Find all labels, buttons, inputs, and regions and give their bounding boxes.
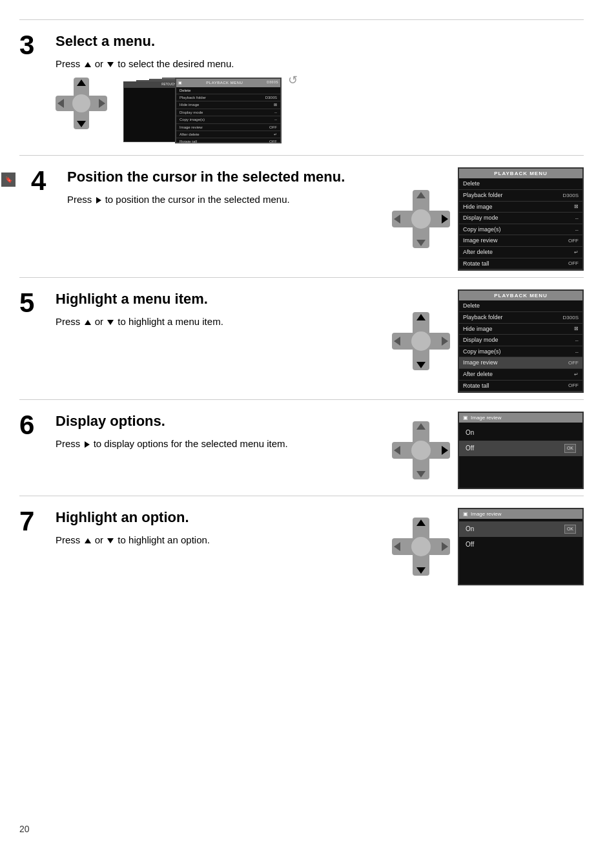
review-screen-step6: ▣ Image review On Off OK (458, 412, 584, 489)
menu-item: Playback folderD300S (459, 190, 582, 202)
dpad5-right (442, 337, 448, 346)
menu-item: After delete↵ (459, 369, 582, 381)
menu-titlebar-step5: PLAYBACK MENU (459, 291, 582, 300)
menu-screen-step5: PLAYBACK MENU Delete Playback folderD300… (458, 289, 584, 393)
step-4-title: Position the cursor in the selected menu… (67, 167, 380, 187)
dpad-up-arrow (77, 79, 86, 86)
dpad4-up (416, 192, 426, 198)
step-6-title: Display options. (56, 412, 380, 432)
step-4-visual: PLAYBACK MENU Delete Playback folderD300… (392, 167, 584, 271)
dpad5-left (394, 337, 400, 346)
dpad-step4 (392, 190, 450, 248)
menu-item: Hide image⊠ (459, 202, 582, 213)
step-3-number: 3 (19, 32, 44, 59)
menu-item: Display mode-- (459, 335, 582, 346)
review-item-on: On (459, 425, 582, 441)
step-5-desc: Press or to highlight a menu item. (56, 315, 380, 330)
ok-badge: OK (564, 444, 576, 453)
review-items-step7: On OK Off (459, 519, 582, 555)
dpad4-left (394, 215, 400, 224)
dpad7-down (416, 567, 426, 574)
dpad-down-arrow (77, 121, 86, 127)
step-6-number: 6 (19, 412, 44, 439)
step-7-number: 7 (19, 508, 44, 535)
dpad-left-arrow (57, 99, 64, 108)
step-6-visual: ▣ Image review On Off OK (392, 412, 584, 489)
step-3-desc: Press or to select the desired menu. (56, 57, 584, 72)
menu-item: Image reviewOFF (459, 235, 582, 247)
step-5-number: 5 (19, 289, 44, 317)
dpad4-down (416, 240, 426, 246)
dpad-step3 (56, 78, 107, 129)
review-item-off: Off OK (459, 441, 582, 456)
menu-screen-step4: PLAYBACK MENU Delete Playback folderD300… (458, 167, 584, 271)
menu-item: Copy image(s)-- (459, 224, 582, 236)
step-3-section: 3 Select a menu. Press or to select the … (19, 19, 584, 155)
review-screen-step7: ▣ Image review On OK Off (458, 508, 584, 585)
menu-titlebar-step4: PLAYBACK MENU (459, 169, 582, 178)
dpad6-up (416, 423, 426, 430)
menu-item: Rotate tallOFF (459, 258, 582, 270)
dpad5-up (416, 314, 426, 320)
step-4-number: 4 (31, 167, 56, 194)
down-arrow-icon (107, 62, 114, 67)
ok-badge-on: OK (564, 525, 576, 534)
review-titlebar-step7: ▣ Image review (459, 509, 582, 519)
step-3-visual: PLAYBACK MENU Delete Playback folderD300… (56, 78, 584, 149)
menu-item: Copy image(s)-- (459, 346, 582, 358)
review-items-step6: On Off OK (459, 423, 582, 459)
menu-item: Playback folderD300S (459, 312, 582, 324)
dpad7-up (416, 519, 426, 526)
up-arrow-icon-step7 (85, 538, 91, 543)
down-arrow-icon-step5 (107, 320, 114, 325)
step-7-title: Highlight an option. (56, 508, 380, 528)
step-5-title: Highlight a menu item. (56, 289, 380, 309)
menu-item: After delete↵ (459, 247, 582, 258)
page-number: 20 (19, 823, 30, 836)
dpad6-down (416, 471, 426, 477)
dpad5-down (416, 362, 426, 368)
menu-item: Hide image⊠ (459, 324, 582, 335)
dpad-step7 (392, 518, 450, 576)
step-6-section: 6 Display options. Press to display opti… (19, 399, 584, 496)
up-arrow-icon (85, 62, 91, 67)
step-4-desc: Press to position the cursor in the sele… (67, 193, 380, 207)
right-arrow-icon-step6 (85, 441, 90, 448)
dpad4-right (442, 215, 448, 224)
dpad7-left (394, 542, 400, 551)
step-3-title: Select a menu. (56, 32, 584, 52)
menu-item: Delete (459, 178, 582, 190)
right-arrow-icon-step4 (96, 197, 101, 204)
step-7-desc: Press or to highlight an option. (56, 533, 380, 548)
review-item-on-hl: On OK (459, 521, 582, 537)
menu-item-highlighted: Image reviewOFF (459, 357, 582, 369)
dpad7-right (442, 542, 448, 551)
review-titlebar-step6: ▣ Image review (459, 413, 582, 423)
dpad-step6 (392, 421, 450, 479)
menu-item: Delete (459, 300, 582, 312)
step-5-visual: PLAYBACK MENU Delete Playback folderD300… (392, 289, 584, 393)
dpad-step5 (392, 312, 450, 370)
step-5-section: 5 Highlight a menu item. Press or to hig… (19, 277, 584, 399)
sidebar-icon-step4: 🔖 (1, 173, 15, 187)
dpad6-right (442, 446, 448, 455)
step-7-visual: ▣ Image review On OK Off (392, 508, 584, 585)
step-7-section: 7 Highlight an option. Press or to highl… (19, 496, 584, 592)
dpad-right-arrow (99, 99, 105, 108)
down-arrow-icon-step7 (107, 538, 114, 543)
step-6-desc: Press to display options for the selecte… (56, 437, 380, 452)
menu-items-step5: Delete Playback folderD300S Hide image⊠ … (459, 300, 582, 392)
step-4-section: 🔖 4 Position the cursor in the selected … (19, 155, 584, 277)
review-item-off: Off (459, 537, 582, 552)
dpad6-left (394, 446, 400, 455)
stacked-screens-step3: PLAYBACK MENU Delete Playback folderD300… (114, 78, 294, 149)
arc-arrow-icon: ↺ (288, 72, 298, 89)
menu-items-step4: Delete Playback folderD300S Hide image⊠ … (459, 178, 582, 269)
menu-item: Rotate tallOFF (459, 381, 582, 392)
up-arrow-icon-step5 (85, 320, 91, 325)
menu-item: Display mode-- (459, 213, 582, 224)
